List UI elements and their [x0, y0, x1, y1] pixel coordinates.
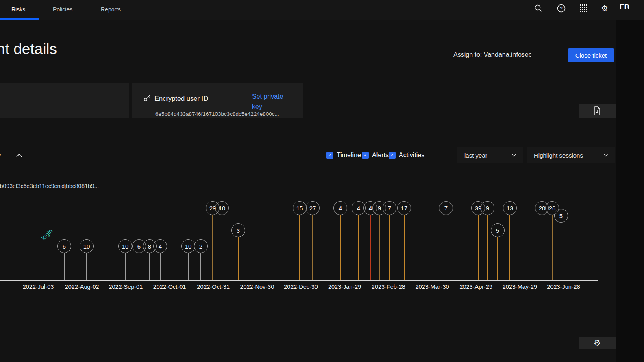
event-line [312, 215, 313, 280]
help-icon[interactable]: ? [556, 3, 566, 13]
key-icon [143, 94, 151, 102]
checkbox-activities[interactable]: ✓ Activities [389, 150, 424, 160]
encrypted-user-id-hash: 6e5b84d433a8746f167103bc3c8dc5e4224e800c… [155, 111, 279, 117]
axis-date-label: 2023-Feb-28 [362, 284, 415, 290]
event-line [497, 237, 498, 280]
event-count-bubble[interactable]: 17 [397, 201, 411, 215]
event-line [139, 253, 139, 280]
axis-date-label: 2022-Dec-30 [274, 284, 327, 290]
close-ticket-button[interactable]: Close ticket [568, 48, 614, 62]
axis-date-label: 2023-Mar-30 [406, 284, 459, 290]
chevron-up-icon[interactable] [15, 151, 24, 160]
event-count-bubble[interactable]: 7 [383, 201, 396, 215]
event-line [370, 215, 371, 280]
axis-date-label: 2022-Jul-03 [12, 284, 65, 290]
axis-date-label: 2023-Jun-28 [537, 284, 590, 290]
time-range-dropdown[interactable]: last year [457, 147, 523, 163]
event-line [561, 223, 561, 280]
event-line [552, 215, 553, 280]
active-tab-underline [0, 18, 39, 20]
event-line [52, 253, 52, 280]
app-switcher-icon[interactable] [578, 3, 589, 13]
event-line [509, 215, 510, 280]
event-line [64, 253, 65, 280]
event-count-bubble[interactable]: 13 [503, 201, 517, 215]
event-count-bubble[interactable]: 6 [57, 239, 71, 253]
event-count-bubble[interactable]: 5 [491, 223, 505, 237]
event-line [389, 215, 390, 280]
event-line [160, 253, 161, 280]
checkbox-checked-icon: ✓ [362, 152, 369, 159]
highlight-sessions-dropdown[interactable]: Highlight sessions [527, 147, 615, 163]
event-line [487, 215, 488, 280]
event-line [379, 215, 380, 280]
checkbox-label: Alerts [372, 152, 389, 159]
encrypted-user-id-card: Encrypted user ID Set private key 6e5b84… [132, 83, 303, 118]
axis-date-label: 2023-Jan-29 [318, 284, 371, 290]
checkbox-timeline[interactable]: ✓ Timeline [326, 150, 361, 160]
top-nav-bar: Risks Policies Reports ? ⚙ EB [0, 0, 644, 20]
event-line [125, 253, 126, 280]
user-id-hash: 8b093ef3c6e3eb11ec9cnjdjbbc8081b9... [0, 183, 99, 189]
axis-date-label: 2022-Nov-30 [231, 284, 283, 290]
chart-settings-button[interactable]: ⚙ [579, 337, 616, 349]
checkbox-checked-icon: ✓ [326, 152, 333, 159]
checkbox-label: Timeline [337, 152, 361, 159]
event-line [358, 215, 359, 280]
event-line [149, 253, 150, 280]
time-range-value: last year [464, 152, 487, 159]
checkbox-checked-icon: ✓ [389, 152, 396, 159]
avatar[interactable]: EB [620, 3, 630, 11]
set-private-key-link[interactable]: Set private key [252, 91, 287, 112]
event-count-bubble[interactable]: 15 [293, 201, 307, 215]
axis-date-label: 2023-Apr-29 [450, 284, 503, 290]
event-line [200, 253, 201, 280]
tab-policies[interactable]: Policies [53, 0, 72, 18]
svg-text:?: ? [560, 6, 562, 11]
search-icon[interactable] [533, 3, 544, 13]
event-line [238, 237, 239, 280]
event-count-bubble[interactable]: 4 [153, 239, 167, 253]
checkbox-alerts[interactable]: ✓ Alerts [362, 150, 389, 160]
time-axis [0, 280, 598, 281]
user-id-card: 8b093ef3c6e3eb11ec9cnjdjbbc8081b9... [0, 83, 129, 118]
session-login-label: login [40, 227, 55, 242]
event-count-bubble[interactable]: 27 [306, 201, 320, 215]
chevron-down-icon [603, 154, 608, 157]
axis-date-label: 2022-Sep-01 [99, 284, 152, 290]
event-count-bubble[interactable]: 10 [80, 239, 94, 253]
event-count-bubble[interactable]: 7 [439, 201, 453, 215]
event-line [299, 215, 300, 280]
tab-risks[interactable]: Risks [11, 0, 25, 18]
event-count-bubble[interactable]: 2 [194, 239, 208, 253]
event-count-bubble[interactable]: 10 [181, 239, 195, 253]
page-title: nt details [0, 41, 57, 58]
event-count-bubble[interactable]: 10 [215, 201, 229, 215]
event-line [404, 215, 405, 280]
axis-date-label: 2022-Oct-31 [187, 284, 240, 290]
event-count-bubble[interactable]: 4 [333, 201, 347, 215]
right-gutter [616, 20, 644, 362]
event-line [478, 215, 479, 280]
assign-to-text: Assign to: Vandana.infosec [453, 51, 532, 59]
event-count-bubble[interactable]: 10 [118, 239, 132, 253]
encrypted-user-id-title: Encrypted user ID [154, 95, 208, 102]
document-download-icon [594, 106, 601, 115]
event-count-bubble[interactable]: 5 [554, 209, 568, 223]
event-line [188, 253, 189, 280]
event-line [212, 215, 213, 280]
tab-reports[interactable]: Reports [101, 0, 121, 18]
timeline-chart: login 6101068410229103152744497177399513… [0, 0, 644, 362]
axis-date-label: 2022-Aug-02 [56, 284, 109, 290]
axis-date-label: 2023-May-29 [493, 284, 546, 290]
export-report-button[interactable] [579, 104, 616, 118]
page: Risks Policies Reports ? ⚙ EB nt details… [0, 0, 644, 362]
section-title: S [0, 150, 1, 158]
event-count-bubble[interactable]: 3 [231, 223, 245, 237]
settings-icon[interactable]: ⚙ [599, 3, 610, 13]
event-line [86, 253, 87, 280]
event-count-bubble[interactable]: 9 [481, 201, 494, 215]
checkbox-label: Activities [399, 152, 424, 159]
event-line [340, 215, 341, 280]
axis-date-label: 2022-Oct-01 [143, 284, 196, 290]
